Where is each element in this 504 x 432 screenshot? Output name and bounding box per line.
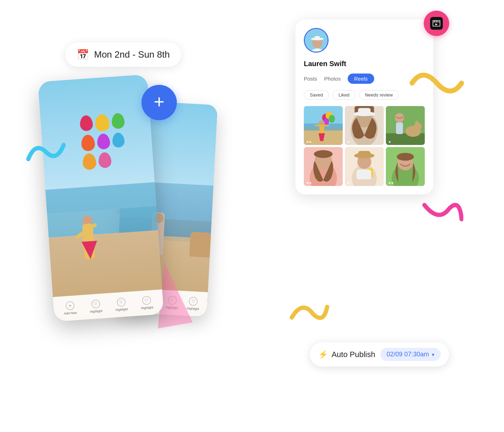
add-button[interactable]: + — [141, 85, 177, 120]
lightning-icon: ⚡ — [318, 350, 328, 359]
auto-publish-label: ⚡ Auto Publish — [318, 350, 375, 359]
profile-name: Lauren Swift — [304, 60, 425, 68]
dropdown-arrow-icon: ▾ — [432, 352, 434, 357]
date-range-text: Mon 2nd - Sun 8th — [94, 49, 170, 60]
svg-rect-26 — [396, 122, 403, 134]
water-layer — [45, 182, 158, 238]
auto-publish-time-selector[interactable]: 02/09 07:30am ▾ — [380, 348, 441, 361]
squiggle-yellow2-decoration — [288, 296, 331, 326]
calendar-icon: 📅 — [77, 49, 89, 60]
squiggle-yellow-decoration — [409, 65, 465, 102]
tab-photos[interactable]: Photos — [324, 74, 341, 83]
grid-cell-3[interactable] — [386, 106, 425, 145]
svg-point-29 — [415, 121, 419, 126]
svg-point-44 — [397, 153, 414, 161]
reels-platform-icon — [424, 11, 449, 36]
main-scene: 📅 Mon 2nd - Sun 8th + + Add New — [0, 0, 504, 432]
svg-point-13 — [329, 115, 335, 123]
grid-cell-2[interactable] — [345, 106, 384, 145]
svg-rect-24 — [386, 133, 425, 145]
auto-publish-badge: ⚡ Auto Publish 02/09 07:30am ▾ — [310, 342, 449, 367]
chip-saved[interactable]: Saved — [304, 90, 329, 100]
svg-rect-0 — [430, 17, 443, 30]
svg-point-25 — [395, 113, 404, 122]
main-highlight-action1: ♡ Highlight — [89, 299, 103, 314]
grid-cell-6[interactable] — [386, 147, 425, 186]
svg-rect-38 — [358, 151, 370, 157]
svg-rect-22 — [358, 108, 370, 115]
grid-cell-5[interactable] — [345, 147, 384, 186]
tab-reels[interactable]: Reels — [348, 74, 374, 84]
tab-posts[interactable]: Posts — [304, 74, 317, 83]
balloons-group — [79, 112, 128, 171]
grid-indicator-4 — [307, 182, 311, 184]
person-figure — [77, 202, 100, 259]
publish-time-text: 02/09 07:30am — [387, 351, 429, 358]
chip-liked[interactable]: Liked — [332, 90, 355, 100]
chip-needs-review[interactable]: Needs review — [359, 90, 399, 100]
svg-rect-40 — [357, 170, 371, 180]
svg-point-33 — [314, 150, 333, 158]
grid-cell-4[interactable] — [304, 147, 343, 186]
grid-indicator-5 — [348, 182, 349, 184]
filter-chip-group: Saved Liked Needs review — [304, 90, 425, 100]
profile-header — [304, 28, 425, 53]
content-panel: Lauren Swift Posts Photos Reels Saved Li… — [295, 19, 433, 194]
squiggle-blue-decoration — [25, 138, 67, 168]
main-highlight-action3: ♡ Highlight — [140, 296, 153, 310]
grid-indicator-6 — [389, 182, 393, 184]
profile-avatar-container — [304, 28, 329, 53]
reels-svg — [430, 17, 443, 30]
svg-rect-7 — [315, 36, 320, 40]
squiggle-pink-decoration — [421, 198, 463, 231]
grid-indicator-3 — [389, 141, 390, 143]
plus-icon: + — [154, 93, 164, 111]
grid-cell-1[interactable] — [304, 106, 343, 145]
main-add-new-action: + Add New — [63, 301, 77, 315]
avatar — [305, 29, 328, 52]
date-range-badge: 📅 Mon 2nd - Sun 8th — [65, 42, 181, 67]
profile-tab-bar: Posts Photos Reels — [304, 74, 425, 84]
main-highlight-action2: ♡ Highlight — [115, 298, 128, 312]
grid-indicator-2 — [348, 141, 349, 143]
grid-indicator-1 — [307, 141, 311, 143]
media-grid — [304, 106, 425, 186]
